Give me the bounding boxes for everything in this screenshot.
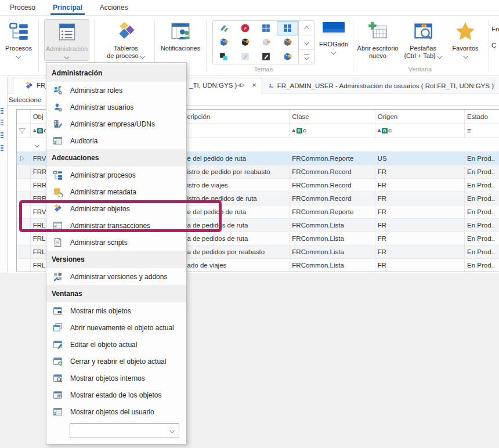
menu-combobox[interactable] — [70, 423, 179, 438]
administracion-dropdown-menu: AdministraciónAdministrar rolesAdministr… — [46, 62, 187, 445]
dock-strip — [0, 77, 8, 273]
favoritos-button[interactable]: Favoritos — [447, 19, 484, 60]
ribbon-divider — [38, 20, 39, 72]
menu-item-administrar-roles[interactable]: Administrar roles — [46, 82, 186, 99]
theme-black-cyan-squares-icon[interactable] — [213, 49, 234, 64]
menu-item-cerrar-y-reabrir-el-objeto-actual[interactable]: Cerrar y reabrir el objeto actual — [46, 353, 186, 370]
menu-item-administrar-metadata[interactable]: Administrar metadata — [46, 183, 186, 200]
menu-section-header-adecuaciones: Adecuaciones — [46, 149, 186, 167]
menu-item-mostrar-objetos-del-usuario[interactable]: Mostrar objetos del usuario — [46, 403, 186, 420]
cell-estado: En Prod.. — [465, 259, 499, 272]
ribbon-tab-proceso[interactable]: Proceso — [1, 0, 44, 15]
filter-clase[interactable]: ABC — [290, 124, 375, 138]
theme-editor-dark-icon[interactable] — [256, 49, 277, 64]
theme-win-grid-selected-icon[interactable] — [277, 21, 298, 35]
tableros-button[interactable]: Tablerosde proceso — [100, 19, 152, 60]
tab-divider — [494, 80, 494, 91]
dock-icon[interactable] — [1, 145, 3, 151]
versiones-icon — [53, 272, 63, 281]
group-collapse-icon[interactable] — [34, 143, 39, 147]
menu-item-administrar-versiones-y-addons[interactable]: Administrar versiones y addons — [46, 268, 186, 285]
pin-icon[interactable] — [237, 81, 246, 91]
header-estado[interactable]: Estado — [465, 110, 499, 124]
menu-item-label: Abrir nuevamente el objeto actual — [70, 324, 174, 332]
frogadn-button[interactable]: FROGadn — [317, 19, 350, 56]
editar-objeto-icon — [53, 339, 63, 349]
temas-scroll-down-button[interactable] — [299, 35, 314, 50]
theme-sketch-icon[interactable] — [213, 21, 234, 35]
menu-item-label: Administrar objetos — [70, 205, 130, 213]
menu-item-administrar-scripts[interactable]: Administrar scripts — [46, 234, 186, 251]
header-clase[interactable]: Clase — [290, 110, 375, 124]
pestanas-button[interactable]: Pestañas{Ctrl + Tab} — [402, 19, 444, 60]
procesos-label: Procesos — [5, 45, 32, 60]
menu-item-label: Mostrar estado de los objetos — [70, 391, 161, 399]
menu-item-administrar-usuarios[interactable]: Administrar usuarios — [46, 99, 186, 115]
menu-item-mostrar-objetos-internos[interactable]: Mostrar objetos internos — [46, 370, 186, 386]
cell-estado: En Prod.. — [465, 205, 499, 218]
menu-item-label: Cerrar y reabrir el objeto actual — [70, 357, 166, 366]
menu-item-administrar-objetos[interactable]: Administrar objetos — [46, 200, 186, 217]
menu-item-administrar-empresa-udns[interactable]: Administrar empresa/UDNs — [46, 115, 186, 132]
theme-win-grid-icon[interactable] — [256, 21, 277, 35]
notificaciones-button[interactable]: Notificaciones — [158, 19, 203, 52]
dock-icon[interactable] — [1, 132, 3, 138]
dock-icon[interactable] — [1, 120, 3, 125]
menu-item-mostrar-estado-de-los-objetos[interactable]: Mostrar estado de los objetos — [46, 386, 186, 403]
row-expand-icon[interactable] — [18, 154, 26, 162]
theme-editor-disabled-icon[interactable] — [234, 49, 256, 64]
cell-estado: En Prod.. — [465, 179, 499, 192]
abrir-escritorio-button[interactable]: Abrir escritorionuevo — [356, 19, 400, 60]
abrir-objeto-icon — [53, 323, 63, 333]
temas-gallery: e — [212, 20, 314, 64]
cell-origen: US — [375, 152, 465, 165]
temas-scrollbar — [298, 21, 314, 64]
tab-fr-admin-user[interactable]: FR_ADMIN_USER - Administración de usuari… — [265, 78, 494, 93]
menu-item-editar-el-objeto-actual[interactable]: Editar el objeto actual — [46, 336, 186, 353]
ribbon-tab-acciones[interactable]: Acciones — [91, 0, 137, 15]
partial-group-text-2: C — [491, 42, 496, 49]
filter-estado[interactable]: = — [465, 124, 499, 138]
ribbon-tab-bar: Proceso Principal Acciones — [0, 0, 499, 16]
menu-item-administrar-transacciones[interactable]: Administrar transacciones — [46, 217, 186, 234]
notificaciones-label: Notificaciones — [161, 45, 200, 52]
cell-clase: FRCommon.Record — [290, 192, 375, 205]
cell-estado: En Prod.. — [465, 152, 499, 165]
filter-origen[interactable]: ABC — [375, 124, 465, 138]
temas-scroll-up-button[interactable] — [299, 21, 314, 35]
row-handle — [17, 259, 31, 272]
cell-origen: FR — [375, 219, 465, 232]
procesos-icon — [53, 170, 63, 180]
theme-cube-pale-flag-icon[interactable] — [256, 35, 277, 50]
temas-more-button[interactable] — [299, 50, 314, 64]
row-handle — [17, 245, 31, 258]
procesos-button[interactable]: Procesos — [1, 19, 36, 60]
cell-clase: FRCommon.Reporte — [290, 152, 375, 165]
header-handle — [17, 110, 31, 124]
row-handle — [17, 205, 31, 218]
menu-item-administrar-procesos[interactable]: Administrar procesos — [46, 167, 186, 183]
close-icon[interactable]: × — [250, 80, 259, 91]
administracion-button[interactable]: Administración — [44, 19, 89, 61]
tableros-icon — [115, 21, 136, 42]
dock-icon[interactable] — [1, 108, 3, 114]
menu-item-label: Administrar procesos — [70, 171, 136, 179]
ribbon-tab-principal[interactable]: Principal — [44, 0, 91, 15]
tab2-label: FR_ADMIN_USER - Administración de usuari… — [277, 82, 494, 89]
equals-filter-icon: = — [467, 127, 471, 135]
menu-item-mostrar-mis-objetos[interactable]: Mostrar mis objetos — [46, 302, 186, 319]
cell-clase: FRCommon.Lista — [290, 232, 375, 245]
cell-origen: FR — [375, 232, 465, 245]
theme-crimson-e-icon[interactable]: e — [234, 21, 256, 35]
menu-item-auditoria[interactable]: Auditoria — [46, 132, 186, 149]
menu-item-abrir-nuevamente-el-objeto-actual[interactable]: Abrir nuevamente el objeto actual — [46, 319, 186, 336]
theme-cube-gray-flag-icon[interactable] — [277, 35, 298, 50]
pestanas-icon — [413, 21, 433, 42]
header-origen[interactable]: Origen — [375, 110, 465, 124]
menu-item-label: Administrar scripts — [70, 239, 128, 247]
row-handle — [17, 232, 31, 245]
theme-cube-black-flag-icon[interactable] — [234, 35, 256, 50]
filter-funnel-icon[interactable] — [17, 124, 31, 138]
theme-cube-blue-flag-icon[interactable] — [213, 35, 234, 50]
theme-cube-blue-yellow-icon[interactable] — [277, 49, 298, 64]
